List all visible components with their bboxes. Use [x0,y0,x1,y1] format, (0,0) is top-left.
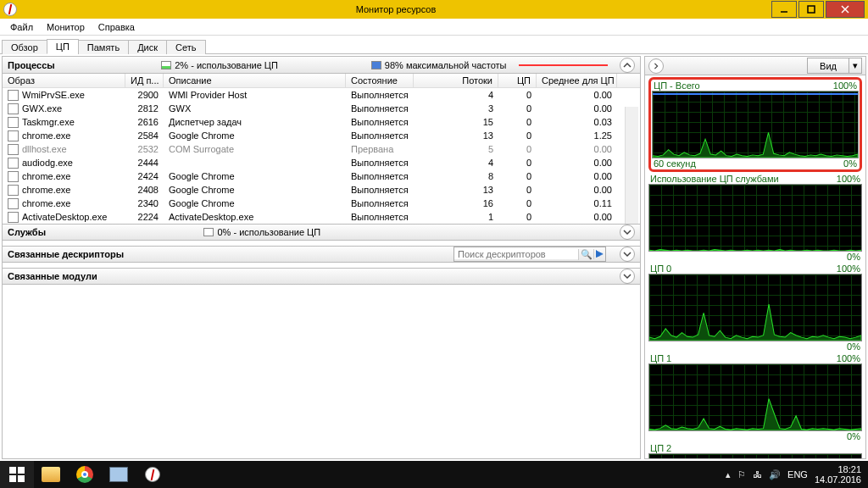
taskbar-chrome[interactable] [68,461,102,488]
section-processes-header[interactable]: Процессы 2% - использование ЦП 98% макси… [3,57,640,74]
window-title: Монитор ресурсов [22,4,770,14]
svg-rect-1 [808,6,815,13]
chevron-up-icon [623,61,632,69]
taskbar: ▴ ⚐ 🖧 🔊 ENG 18:21 14.07.2016 [0,461,868,488]
search-handles-input[interactable] [454,249,578,259]
row-checkbox[interactable] [8,90,19,101]
col-pid[interactable]: ИД п... [125,74,164,87]
chart-3: ЦП 1100% 0% [648,353,862,441]
tray-network-icon[interactable]: 🖧 [753,469,762,480]
table-row[interactable]: dllhost.exe2532COM SurrogateПрервана500.… [3,142,640,156]
view-button[interactable]: Вид▾ [807,58,862,74]
windows-icon [9,467,25,482]
col-threads[interactable]: Потоки [414,74,498,87]
left-pane: Процессы 2% - использование ЦП 98% макси… [2,56,641,459]
table-row[interactable]: chrome.exe2424Google ChromeВыполняется80… [3,169,640,183]
table-row[interactable]: chrome.exe2340Google ChromeВыполняется16… [3,197,640,210]
section-services-header[interactable]: Службы 0% - использование ЦП [3,224,640,241]
expand-services-button[interactable] [620,225,635,240]
menu-monitor[interactable]: Монитор [40,20,92,34]
expand-handles-button[interactable] [620,247,635,262]
table-row[interactable]: WmiPrvSE.exe2900WMI Provider HostВыполня… [3,88,640,102]
table-row[interactable]: audiodg.exe2444Выполняется400.00 [3,156,640,169]
taskbar-app1[interactable] [102,461,136,488]
app-icon [3,3,17,16]
collapse-processes-button[interactable] [620,58,635,73]
view-dropdown-icon[interactable]: ▾ [849,58,861,73]
tray-clock[interactable]: 18:21 14.07.2016 [815,464,861,485]
menu-file[interactable]: Файл [3,20,40,34]
row-checkbox[interactable] [8,130,19,141]
taskbar-resmon[interactable] [136,461,170,488]
system-tray: ▴ ⚐ 🖧 🔊 ENG 18:21 14.07.2016 [726,464,868,485]
row-checkbox[interactable] [8,158,19,169]
collapse-charts-button[interactable] [648,58,664,74]
row-checkbox[interactable] [8,212,19,223]
tab-disk[interactable]: Диск [128,40,167,54]
menu-help[interactable]: Справка [92,20,142,34]
tab-cpu[interactable]: ЦП [47,39,79,54]
table-row[interactable]: Taskmgr.exe2616Диспетчер задачВыполняетс… [3,115,640,129]
table-header[interactable]: Образ ИД п... Описание Состояние Потоки … [3,74,640,88]
tab-network[interactable]: Сеть [166,40,205,54]
search-dropdown-icon[interactable]: ⯈ [593,249,605,259]
right-pane: Вид▾ ЦП - Всего100% 60 секунд0% Использо… [644,56,866,459]
freq-mini-icon [371,61,381,69]
row-checkbox[interactable] [8,117,19,128]
search-icon[interactable]: 🔍 [578,249,593,260]
search-handles: 🔍 ⯈ [453,247,606,262]
row-checkbox[interactable] [8,185,19,196]
table-row[interactable]: GWX.exe2812GWXВыполняется300.00 [3,102,640,115]
table-row[interactable]: ActivateDesktop.exe2224ActivateDesktop.e… [3,210,640,224]
row-checkbox[interactable] [8,171,19,182]
tray-lang[interactable]: ENG [787,469,808,480]
table-body: WmiPrvSE.exe2900WMI Provider HostВыполня… [3,88,640,224]
tab-bar: Обзор ЦП Память Диск Сеть [0,36,868,54]
chevron-down-icon [623,272,632,280]
start-button[interactable] [0,461,34,488]
tray-up-icon[interactable]: ▴ [726,469,731,480]
table-row[interactable]: chrome.exe2408Google ChromeВыполняется13… [3,183,640,197]
table-row[interactable]: chrome.exe2584Google ChromeВыполняется13… [3,129,640,142]
processes-title: Процессы [8,60,55,70]
chevron-down-icon [623,228,632,236]
taskbar-explorer[interactable] [34,461,68,488]
col-desc[interactable]: Описание [164,74,346,87]
tray-volume-icon[interactable]: 🔊 [769,469,781,480]
tab-overview[interactable]: Обзор [2,40,47,54]
charts-area: ЦП - Всего100% 60 секунд0% Использование… [645,75,865,458]
row-checkbox[interactable] [8,198,19,209]
maximize-button[interactable] [798,1,824,18]
col-avgcpu[interactable]: Среднее для ЦП [537,74,617,87]
col-image[interactable]: Образ [3,74,125,87]
chart-0: ЦП - Всего100% 60 секунд0% [648,77,862,172]
chevron-right-icon [653,63,659,69]
close-button[interactable] [826,1,865,18]
section-modules-header[interactable]: Связанные модули [3,268,640,285]
row-checkbox[interactable] [8,144,19,155]
chart-2: ЦП 0100% 0% [648,263,862,352]
chevron-down-icon [623,250,632,258]
section-handles-header[interactable]: Связанные дескрипторы 🔍 ⯈ [3,246,640,263]
col-state[interactable]: Состояние [346,74,414,87]
tab-memory[interactable]: Память [78,40,129,54]
chart-4: ЦП 2 [648,443,862,458]
scrollbar[interactable] [625,107,638,224]
tray-action-center-icon[interactable]: ⚐ [737,469,746,480]
row-checkbox[interactable] [8,103,19,114]
red-underline [519,64,609,66]
chart-1: Использование ЦП службами100% 0% [648,174,862,262]
menu-bar: Файл Монитор Справка [0,19,868,36]
col-cpu[interactable]: ЦП [498,74,537,87]
title-bar: Монитор ресурсов [0,0,868,19]
expand-modules-button[interactable] [620,269,635,284]
cpu-mini-icon [161,61,171,69]
right-pane-header: Вид▾ [645,57,865,75]
minimize-button[interactable] [771,1,797,18]
